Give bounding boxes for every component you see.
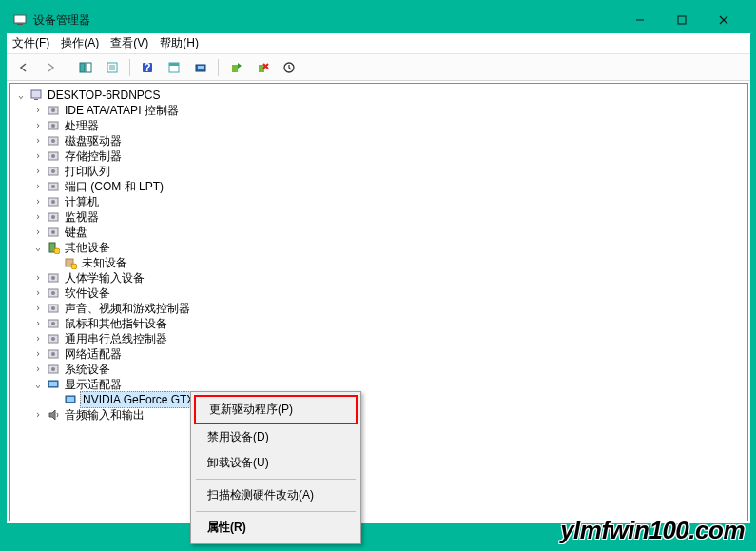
- tree-label: 端口 (COM 和 LPT): [63, 179, 165, 194]
- device-category-icon: [46, 285, 61, 301]
- expand-icon[interactable]: ›: [32, 346, 44, 362]
- menu-view[interactable]: 查看(V): [110, 35, 148, 51]
- svg-point-28: [51, 139, 55, 143]
- maximize-button[interactable]: [661, 9, 703, 31]
- expand-icon[interactable]: ›: [32, 118, 44, 133]
- forward-button[interactable]: [39, 57, 62, 78]
- ctx-properties[interactable]: 属性(R): [194, 515, 358, 541]
- expand-icon[interactable]: ›: [32, 285, 44, 301]
- display-adapters-icon: [46, 377, 61, 392]
- expand-icon[interactable]: ›: [32, 362, 44, 377]
- tree-category[interactable]: ›通用串行总线控制器: [11, 331, 746, 346]
- show-hide-tree-button[interactable]: [74, 57, 97, 78]
- svg-rect-18: [232, 65, 238, 72]
- tree-item-gpu[interactable]: NVIDIA GeForce GTX 550 Ti: [11, 392, 746, 407]
- device-manager-window: 设备管理器 文件(F) 操作(A) 查看(V) 帮助(H) ? ⌄: [6, 6, 751, 524]
- expand-icon[interactable]: ⌄: [32, 377, 44, 392]
- expand-icon[interactable]: ›: [32, 148, 44, 164]
- expand-icon[interactable]: ›: [32, 194, 44, 209]
- ctx-uninstall-device[interactable]: 卸载设备(U): [194, 450, 358, 476]
- ctx-disable-device[interactable]: 禁用设备(D): [194, 424, 358, 450]
- unknown-device-icon: [63, 255, 78, 270]
- tree-category[interactable]: ›人体学输入设备: [11, 270, 746, 285]
- expand-icon[interactable]: ›: [32, 179, 44, 194]
- disable-button[interactable]: [278, 57, 300, 78]
- tree-label: 软件设备: [63, 285, 112, 301]
- ctx-separator: [196, 511, 356, 512]
- expand-icon[interactable]: ›: [32, 133, 44, 148]
- svg-text:?: ?: [144, 61, 150, 74]
- tree-item-unknown[interactable]: 未知设备: [11, 255, 746, 270]
- menu-help[interactable]: 帮助(H): [160, 35, 199, 51]
- device-category-icon: [46, 164, 61, 179]
- back-button[interactable]: [12, 57, 35, 78]
- expand-icon[interactable]: ›: [32, 331, 44, 346]
- tree-category[interactable]: ›计算机: [11, 194, 746, 209]
- tree-category[interactable]: ›IDE ATA/ATAPI 控制器: [11, 103, 746, 118]
- svg-rect-62: [67, 397, 74, 402]
- properties-button[interactable]: [101, 57, 124, 78]
- app-icon: [12, 12, 28, 28]
- action-button[interactable]: [163, 57, 185, 78]
- close-button[interactable]: [703, 9, 745, 31]
- device-category-icon: [46, 362, 61, 377]
- svg-point-40: [51, 230, 55, 234]
- expand-icon[interactable]: ›: [32, 270, 44, 285]
- uninstall-button[interactable]: [251, 57, 274, 78]
- device-category-icon: [46, 225, 61, 240]
- tree-category[interactable]: ›磁盘驱动器: [11, 133, 746, 148]
- menubar: 文件(F) 操作(A) 查看(V) 帮助(H): [7, 33, 750, 54]
- svg-point-50: [51, 306, 55, 310]
- tree-label: 未知设备: [80, 255, 129, 270]
- svg-rect-22: [34, 99, 38, 100]
- update-driver-button[interactable]: [224, 57, 247, 78]
- tree-category[interactable]: ›打印队列: [11, 164, 746, 179]
- titlebar: 设备管理器: [7, 7, 750, 33]
- expand-icon[interactable]: ›: [32, 209, 44, 225]
- tree-category[interactable]: ›处理器: [11, 118, 746, 133]
- expand-icon[interactable]: ›: [32, 301, 44, 316]
- tree-category[interactable]: ›软件设备: [11, 285, 746, 301]
- display-adapter-icon: [63, 392, 78, 407]
- svg-rect-17: [198, 66, 204, 69]
- device-category-icon: [46, 270, 61, 285]
- scan-hardware-button[interactable]: [189, 57, 212, 78]
- svg-rect-1: [17, 24, 23, 25]
- help-button[interactable]: ?: [136, 57, 159, 78]
- svg-point-32: [51, 169, 55, 173]
- expand-icon[interactable]: ›: [32, 316, 44, 331]
- minimize-button[interactable]: [619, 9, 661, 31]
- device-category-icon: [46, 148, 61, 164]
- tree-category[interactable]: ›端口 (COM 和 LPT): [11, 179, 746, 194]
- tree-category[interactable]: ›存储控制器: [11, 148, 746, 164]
- tree-root[interactable]: ⌄ DESKTOP-6RDNPCS: [11, 88, 746, 103]
- ctx-update-driver[interactable]: 更新驱动程序(P): [194, 395, 358, 424]
- expand-icon[interactable]: ⌄: [32, 240, 44, 255]
- ctx-scan-hardware[interactable]: 扫描检测硬件改动(A): [194, 482, 358, 508]
- device-category-icon: [46, 301, 61, 316]
- tree-category[interactable]: ›系统设备: [11, 362, 746, 377]
- tree-label: 磁盘驱动器: [63, 133, 124, 148]
- tree-category[interactable]: ›鼠标和其他指针设备: [11, 316, 746, 331]
- menu-action[interactable]: 操作(A): [61, 35, 99, 51]
- tree-category-display[interactable]: ⌄ 显示适配器: [11, 377, 746, 392]
- expand-icon[interactable]: ⌄: [15, 88, 27, 103]
- svg-point-52: [51, 322, 55, 325]
- svg-rect-15: [169, 63, 179, 66]
- expand-icon[interactable]: ›: [32, 225, 44, 240]
- tree-label: 鼠标和其他指针设备: [63, 316, 169, 331]
- tree-category[interactable]: ›网络适配器: [11, 346, 746, 362]
- tree-category[interactable]: ›声音、视频和游戏控制器: [11, 301, 746, 316]
- tree-category-audio[interactable]: › 音频输入和输出: [11, 407, 746, 423]
- svg-point-24: [51, 108, 55, 112]
- tree-category[interactable]: ›键盘: [11, 225, 746, 240]
- expand-icon[interactable]: ›: [32, 103, 44, 118]
- device-tree[interactable]: ⌄ DESKTOP-6RDNPCS ›IDE ATA/ATAPI 控制器›处理器…: [11, 88, 746, 423]
- tree-category[interactable]: ›监视器: [11, 209, 746, 225]
- expand-icon[interactable]: ›: [32, 164, 44, 179]
- tree-category-other[interactable]: ⌄ 其他设备: [11, 240, 746, 255]
- menu-file[interactable]: 文件(F): [12, 35, 49, 51]
- expand-icon[interactable]: ›: [32, 407, 44, 423]
- svg-rect-21: [31, 90, 41, 98]
- tree-label: IDE ATA/ATAPI 控制器: [63, 103, 181, 118]
